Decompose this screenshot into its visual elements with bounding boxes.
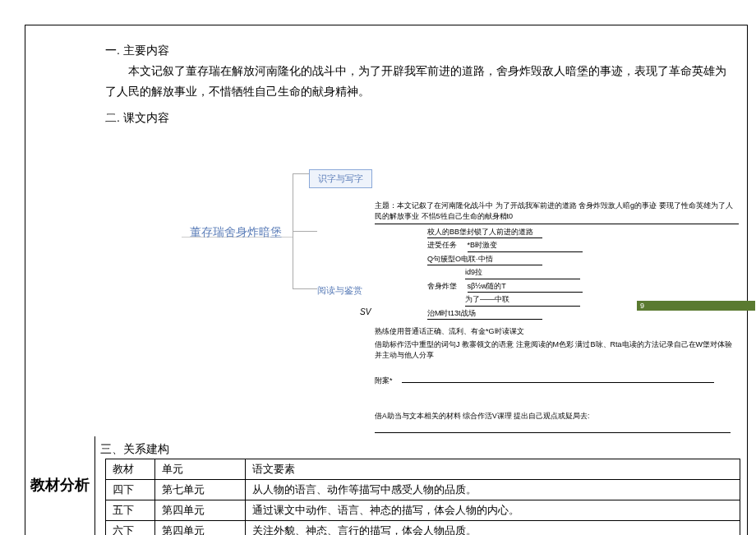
left-section-label: 教材分析 [25,436,95,535]
connector [293,173,309,174]
cell: 关注外貌、神态、言行的描写，体会人物品质。 [246,520,740,535]
section3-title: 三、关系建构 [100,442,747,457]
note-line: 熟练使用普通话正确、流利、有金*G时读课文 [375,325,739,339]
reading-node: 阅读与鉴赏 [317,284,362,297]
detail-line: id9拉 [465,267,580,279]
section2-title: 二. 课文内容 [105,108,731,128]
detail-label: 舍身炸堡 [427,282,457,290]
document-frame: 教材分析 一. 主要内容 本文记叙了董存瑞在解放河南隆化的战斗中，为了开辟我军前… [25,25,748,535]
cell: 六下 [106,520,155,535]
cell: 通过课文中动作、语言、神态的描写，体会人物的内心。 [246,500,740,520]
th-textbook: 教材 [106,459,155,479]
footnote-blank-line [375,425,731,433]
right-detail-block: SV 主题：本文记叙了在河南隆化战斗中 为了开战我军前进的道路 舍身炸毁敌人暗g… [375,201,739,362]
main-node: 董存瑞舍身炸暗堡 [190,225,282,240]
table-row: 六下 第四单元 关注外貌、神态、言行的描写，体会人物品质。 [106,520,740,535]
section1-title: 一. 主要内容 [105,40,731,61]
th-unit: 单元 [155,459,246,479]
cell: 四下 [106,479,155,500]
detail-line: *B时激变 [468,240,583,252]
relation-table: 教材 单元 语文要素 四下 第七单元 从人物的语言、动作等描写中感受人物的品质。… [105,459,740,535]
section1-body: 本文记叙了董存瑞在解放河南隆化的战斗中，为了开辟我军前进的道路，舍身炸毁敌人暗堡… [105,61,731,102]
content-area: 一. 主要内容 本文记叙了董存瑞在解放河南隆化的战斗中，为了开辟我军前进的道路，… [95,25,747,535]
cell: 第四单元 [155,500,246,520]
note-line: 借助标作活中重型的词句J 教寨领文的语意 注意阅读的M色彩 满过B咏、Rta电读… [375,339,739,362]
sv-label: SV [360,306,371,318]
attach-blank-line [402,375,714,383]
detail-label: 进受任务 [427,241,457,249]
cell: 第四单元 [155,520,246,535]
diagram-area: 董存瑞舍身炸暗堡 识字与写字 阅读与鉴赏 9 SV 主题：本文记叙了在河南隆化战… [95,136,747,383]
top-text-block: 一. 主要内容 本文记叙了董存瑞在解放河南隆化的战斗中，为了开辟我军前进的道路，… [95,25,747,128]
connector [293,231,317,232]
detail-line: sβ½w随的T [468,281,583,293]
cell: 从人物的语言、动作等描写中感受人物的品质。 [246,479,740,500]
detail-line: 治M时t13t战场 [427,308,542,321]
attach-label: 附案* [375,376,399,386]
detail-line: 校人的BB堡封锁了人前进的道路 [427,227,542,239]
table-row: 教材 单元 语文要素 [106,459,740,479]
connector [293,288,317,289]
th-element: 语文要素 [246,459,740,479]
cell: 第七单元 [155,479,246,500]
detail-line: 为了——中联 [465,294,580,307]
detail-line: Q句簇型O电联·中情 [427,254,542,266]
footnote-text: 借A助当与文本相关的材料 综合作活V课理 提出自己观点或疑局去: [375,412,589,420]
cell: 五下 [106,500,155,520]
literacy-node: 识字与写字 [309,169,372,188]
left-label-text: 教材分析 [30,475,90,496]
table-row: 四下 第七单元 从人物的语言、动作等描写中感受人物的品质。 [106,479,740,500]
footnote-area: 借A助当与文本相关的材料 综合作活V课理 提出自己观点或疑局去: [375,412,731,433]
attachment-area: 附案* [375,375,739,386]
table-row: 五下 第四单元 通过课文中动作、语言、神态的描写，体会人物的内心。 [106,500,740,520]
topic-line: 主题：本文记叙了在河南隆化战斗中 为了开战我军前进的道路 舍身炸毁敌人暗g的事迹… [375,201,739,224]
